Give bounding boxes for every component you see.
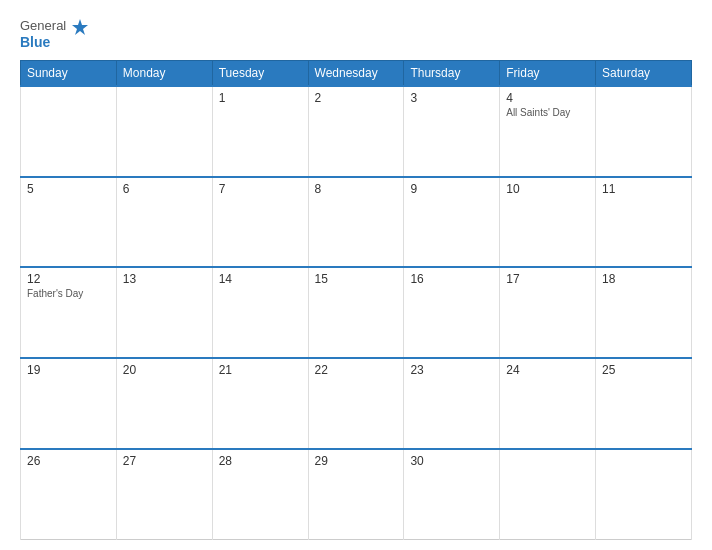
calendar-cell: 18 [596,267,692,358]
calendar-cell: 24 [500,358,596,449]
logo: General Blue [20,18,89,50]
calendar-cell: 26 [21,449,117,540]
calendar-cell [500,449,596,540]
weekday-header-row: Sunday Monday Tuesday Wednesday Thursday… [21,61,692,87]
day-number: 7 [219,182,302,196]
calendar-cell: 10 [500,177,596,268]
day-event: All Saints' Day [506,107,589,118]
calendar-cell: 28 [212,449,308,540]
calendar-cell: 8 [308,177,404,268]
day-number: 24 [506,363,589,377]
day-number: 22 [315,363,398,377]
day-number: 9 [410,182,493,196]
calendar-cell: 7 [212,177,308,268]
day-number: 1 [219,91,302,105]
header-thursday: Thursday [404,61,500,87]
header-friday: Friday [500,61,596,87]
calendar-cell: 22 [308,358,404,449]
calendar-cell: 11 [596,177,692,268]
day-number: 11 [602,182,685,196]
calendar-cell: 21 [212,358,308,449]
calendar-cell: 2 [308,86,404,177]
header-wednesday: Wednesday [308,61,404,87]
calendar-cell: 3 [404,86,500,177]
day-number: 5 [27,182,110,196]
day-number: 10 [506,182,589,196]
day-number: 3 [410,91,493,105]
calendar-week-row: 12Father's Day131415161718 [21,267,692,358]
day-number: 16 [410,272,493,286]
calendar-table: Sunday Monday Tuesday Wednesday Thursday… [20,60,692,540]
calendar-cell [116,86,212,177]
logo-blue: Blue [20,34,50,50]
calendar-week-row: 19202122232425 [21,358,692,449]
calendar-week-row: 1234All Saints' Day [21,86,692,177]
calendar-cell: 23 [404,358,500,449]
day-number: 23 [410,363,493,377]
day-number: 26 [27,454,110,468]
calendar-cell: 25 [596,358,692,449]
calendar-cell: 30 [404,449,500,540]
calendar-cell [21,86,117,177]
calendar-cell [596,86,692,177]
calendar-cell: 20 [116,358,212,449]
calendar-cell: 16 [404,267,500,358]
day-number: 29 [315,454,398,468]
header-sunday: Sunday [21,61,117,87]
day-number: 8 [315,182,398,196]
day-number: 21 [219,363,302,377]
calendar-cell [596,449,692,540]
calendar-cell: 12Father's Day [21,267,117,358]
calendar-cell: 27 [116,449,212,540]
day-number: 27 [123,454,206,468]
day-number: 2 [315,91,398,105]
calendar-cell: 19 [21,358,117,449]
day-number: 4 [506,91,589,105]
day-number: 15 [315,272,398,286]
day-number: 12 [27,272,110,286]
day-number: 25 [602,363,685,377]
day-number: 17 [506,272,589,286]
logo-flag-icon [71,18,89,36]
header: General Blue [20,18,692,50]
header-saturday: Saturday [596,61,692,87]
day-number: 28 [219,454,302,468]
calendar-week-row: 2627282930 [21,449,692,540]
calendar-cell: 15 [308,267,404,358]
day-number: 20 [123,363,206,377]
calendar-cell: 29 [308,449,404,540]
calendar-cell: 6 [116,177,212,268]
calendar-cell: 5 [21,177,117,268]
calendar-week-row: 567891011 [21,177,692,268]
header-monday: Monday [116,61,212,87]
day-number: 19 [27,363,110,377]
calendar-cell: 17 [500,267,596,358]
calendar-cell: 9 [404,177,500,268]
day-number: 6 [123,182,206,196]
day-number: 14 [219,272,302,286]
calendar-page: General Blue Sunday Monday Tuesday Wedne… [0,0,712,550]
calendar-cell: 4All Saints' Day [500,86,596,177]
header-tuesday: Tuesday [212,61,308,87]
day-event: Father's Day [27,288,110,299]
calendar-cell: 14 [212,267,308,358]
calendar-cell: 1 [212,86,308,177]
svg-marker-0 [72,19,88,35]
day-number: 13 [123,272,206,286]
day-number: 18 [602,272,685,286]
calendar-cell: 13 [116,267,212,358]
day-number: 30 [410,454,493,468]
